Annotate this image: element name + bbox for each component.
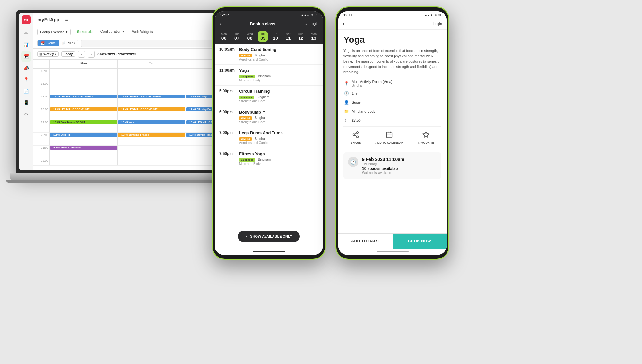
yoga-location-line2: Bingham	[352, 84, 393, 87]
day-wed08[interactable]: Wed 08	[244, 31, 255, 42]
class-item-body-conditioning[interactable]: 10:05am Body Conditioning Waitlist Bingh…	[215, 44, 323, 65]
book-now-btn[interactable]: BOOK NOW	[393, 234, 447, 249]
phone2-home-indicator	[338, 249, 447, 255]
share-btn[interactable]: SHARE	[351, 131, 361, 144]
sidebar-icon-calendar[interactable]: 📅	[21, 51, 31, 62]
mon-2000[interactable]: 19:45 Step I-II	[49, 133, 117, 146]
day-selector: Mon 06 Tue 07 Wed 08 Thu 09 Fri 10 Sat 1…	[215, 29, 323, 44]
tue-2000[interactable]: 19:45 Jumping Fitness	[117, 133, 186, 146]
badge-waitlist: Waitlist	[239, 116, 252, 120]
phone1-status-bar: 12:17 ▲▲▲ ⊕ 91	[215, 11, 323, 18]
tab-configuration[interactable]: Configuration ▾	[97, 28, 128, 36]
day-fri10[interactable]: Fri 10	[270, 31, 281, 42]
phone1-title: Book a class	[223, 21, 302, 26]
group-exercise-dropdown[interactable]: Group Exercise ▾	[37, 29, 71, 35]
location-icon: 📍	[343, 80, 349, 86]
filter-icon: ≡	[246, 234, 247, 238]
phone1-login-btn[interactable]: Login	[310, 22, 318, 26]
class-name: Yoga	[239, 68, 318, 73]
tab-web-widgets[interactable]: Web Widgets	[128, 28, 157, 36]
tue-1900[interactable]: 18:45 Yoga	[117, 120, 186, 133]
hamburger-icon[interactable]: ≡	[65, 17, 68, 22]
prev-arrow[interactable]: ‹	[78, 51, 85, 58]
class-time: 11:00am	[219, 68, 236, 82]
yoga-duration-row: 🕐 1 hr	[343, 90, 441, 96]
phone1-back-btn[interactable]: ‹	[219, 21, 221, 27]
sidebar-icon-megaphone[interactable]: 📣	[21, 63, 31, 73]
mon-1800[interactable]: 17:45 LES MILLS BODYPUMP	[49, 107, 117, 120]
phone2-status-time: 12:17	[343, 13, 352, 17]
session-day: Thursday	[362, 162, 437, 166]
class-time: 5:00pm	[219, 89, 236, 103]
sidebar-icon-doc[interactable]: 📄	[21, 86, 31, 96]
phone2-login-btn[interactable]: Login	[433, 22, 442, 26]
events-btn[interactable]: 📅 Events	[38, 40, 59, 46]
day-mon13[interactable]: Mon 13	[308, 31, 319, 42]
event-mon-zumba: 20:45 Zumba Fitness®	[50, 146, 117, 150]
mon-1900[interactable]: 18:45 Easy Moves SPECIAL	[49, 120, 117, 133]
time-1800: 18:00	[33, 107, 49, 120]
today-button[interactable]: Today	[61, 51, 76, 57]
sidebar-icon-location[interactable]: 📍	[21, 74, 31, 85]
tue-1800[interactable]: 17:45 LES MILLS BODYPUMP	[117, 107, 186, 120]
sidebar-icon-chart[interactable]: 📊	[21, 40, 31, 50]
svg-line-4	[355, 133, 357, 134]
class-item-bodypump[interactable]: 6:00pm Bodypump™ Waitlist Bingham Streng…	[215, 106, 323, 127]
svg-point-0	[357, 131, 359, 133]
phone1-search-icon[interactable]: ⊙	[304, 22, 307, 26]
tab-schedule[interactable]: Schedule	[73, 28, 97, 36]
favourite-btn[interactable]: FAVOURITE	[418, 131, 434, 144]
class-name: Body Conditioning	[239, 47, 318, 52]
class-category: Strength and Core	[239, 120, 318, 124]
day-sat11[interactable]: Sat 11	[283, 31, 293, 42]
sidebar-icon-settings[interactable]: ⚙	[21, 109, 31, 119]
phone1: 12:17 ▲▲▲ ⊕ 91 ‹ Book a class ⊙ Login Mo…	[212, 6, 326, 260]
sidebar-icon-mobile[interactable]: 📱	[21, 97, 31, 108]
badge-spaces: 11 spaces	[239, 158, 255, 162]
phone2-back-btn[interactable]: ‹	[343, 21, 344, 27]
phone1-status-icons: ▲▲▲ ⊕ 91	[301, 13, 318, 17]
next-arrow[interactable]: ›	[88, 51, 95, 58]
day-mon06[interactable]: Mon 06	[219, 31, 230, 42]
day-header-mon: Mon	[49, 60, 117, 68]
mon-1700[interactable]: 16:45 LES MILLS BODYCOMBAT	[49, 94, 117, 107]
phone2-status-icons: ▲▲▲ ⊕ 91	[424, 13, 441, 17]
home-indicator	[215, 249, 323, 255]
class-item-fitness-yoga[interactable]: 7:50pm Fitness Yoga 11 spaces Bingham Mi…	[215, 148, 323, 169]
yoga-desc: Yoga is an ancient form of exercise that…	[343, 48, 441, 75]
day-tue07[interactable]: Tue 07	[232, 31, 242, 42]
mon-2100[interactable]: 20:45 Zumba Fitness®	[49, 146, 117, 158]
event-mon-easymoves: 18:45 Easy Moves SPECIAL	[50, 120, 117, 124]
tue-2100	[117, 146, 186, 158]
yoga-instructor: Susie	[352, 100, 361, 104]
show-available-btn[interactable]: ≡ SHOW AVAILABLE ONLY	[238, 231, 300, 242]
day-thu09[interactable]: Thu 09	[258, 31, 268, 42]
yoga-session: 🕐 9 Feb 2023 11:00am Thursday 10 spaces …	[343, 152, 441, 179]
class-info: Fitness Yoga 11 spaces Bingham Mind and …	[239, 151, 318, 165]
class-time: 7:00pm	[219, 131, 236, 145]
class-item-circuit[interactable]: 5:00pm Circuit Training 6 spaces Bingham…	[215, 86, 323, 106]
svg-rect-5	[387, 132, 392, 138]
class-item-legs-bums[interactable]: 7:00pm Legs Bums And Tums Waitlist Bingh…	[215, 127, 323, 148]
share-label: SHARE	[351, 141, 361, 144]
day-sun12[interactable]: Sun 12	[296, 31, 306, 42]
sidebar-icon-edit[interactable]: ✏	[21, 28, 31, 38]
event-tue-bodycombat: 16:45 LES MILLS BODYCOMBAT	[118, 95, 185, 98]
bottom-actions: ADD TO CART BOOK NOW	[338, 233, 447, 249]
view-selector[interactable]: ▦ Weekly ▾	[37, 51, 59, 57]
class-info: Body Conditioning Waitlist Bingham Aerob…	[239, 47, 318, 61]
price-icon: 🏷	[343, 117, 349, 123]
rules-btn[interactable]: 📋 Rules	[59, 40, 78, 46]
time-1600: 16:00	[33, 81, 49, 94]
tue-1700[interactable]: 16:45 LES MILLS BODYCOMBAT	[117, 94, 186, 107]
add-to-cart-btn[interactable]: ADD TO CART	[338, 234, 393, 249]
home-bar	[253, 251, 285, 252]
events-rules-toggle: 📅 Events 📋 Rules	[37, 40, 78, 46]
class-name: Legs Bums And Tums	[239, 131, 318, 135]
class-venue: Bingham	[255, 137, 267, 140]
class-venue: Bingham	[258, 74, 271, 78]
phone2-screen: 12:17 ▲▲▲ ⊕ 91 ‹ Login Yoga Yoga is an a…	[338, 11, 447, 255]
phone1-status-time: 12:17	[220, 13, 229, 17]
add-to-calendar-btn[interactable]: ADD TO CALENDAR	[375, 131, 403, 144]
class-item-yoga[interactable]: 11:00am Yoga 10 spaces Bingham Mind and …	[215, 65, 323, 86]
